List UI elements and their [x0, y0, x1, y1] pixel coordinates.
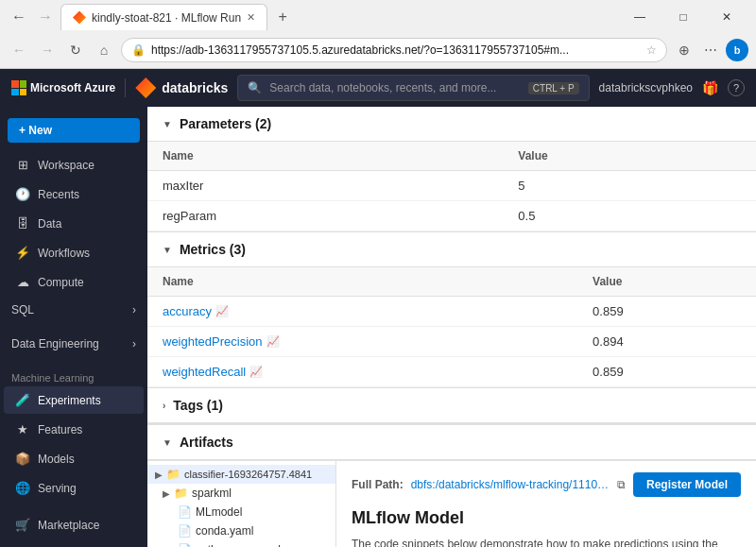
tree-conda-label: conda.yaml: [196, 524, 253, 538]
new-tab-button[interactable]: +: [271, 6, 294, 28]
maximize-button[interactable]: □: [662, 2, 705, 32]
nav-refresh-icon[interactable]: ↻: [64, 39, 87, 61]
sidebar-item-workspace[interactable]: ⊞ Workspace: [4, 151, 144, 179]
parameters-table-wrapper: Name Value maxIter 5 regParam 0.5: [147, 142, 756, 231]
sidebar-item-workflows[interactable]: ⚡ Workflows: [4, 239, 144, 266]
metric-row-1-name[interactable]: weightedPrecision 📈: [147, 327, 577, 357]
bing-icon[interactable]: b: [726, 39, 748, 61]
table-row: maxIter 5: [147, 171, 756, 201]
account-name: databrickscvphkeo: [599, 81, 693, 94]
sidebar-item-features[interactable]: ★ Features: [4, 416, 144, 443]
metric-row-2-name[interactable]: weightedRecall 📈: [147, 357, 577, 387]
artifacts-header[interactable]: ▼ Artifacts: [147, 425, 756, 460]
table-row: weightedPrecision 📈 0.894: [147, 327, 756, 357]
browser-tab[interactable]: kindly-stoat-821 · MLflow Run ✕: [60, 4, 267, 30]
gift-icon[interactable]: 🎁: [702, 80, 718, 95]
sidebar-label-recents: Recents: [38, 188, 79, 201]
data-engineering-section[interactable]: Data Engineering ›: [0, 331, 147, 357]
metric-row-0-name[interactable]: accuracy 📈: [147, 297, 577, 327]
metric-row-0-value: 0.859: [577, 297, 756, 327]
tags-title: Tags (1): [173, 398, 223, 413]
artifacts-content: ▶ 📁 classifier-1693264757.4841 ▶ 📁 spark…: [147, 460, 756, 547]
tree-item-sparkml[interactable]: ▶ 📁 sparkml: [147, 484, 335, 503]
workspace-icon: ⊞: [15, 158, 30, 172]
sidebar-item-partner-connect[interactable]: 🔗 Partner Connect: [4, 540, 144, 547]
register-model-button[interactable]: Register Model: [633, 472, 741, 497]
ms-azure-logo: Microsoft Azure: [11, 80, 115, 95]
sidebar-item-models[interactable]: 📦 Models: [4, 445, 144, 472]
nav-home-icon[interactable]: ⌂: [93, 39, 115, 61]
extensions-icon[interactable]: ⊕: [673, 39, 696, 61]
sidebar-label-features: Features: [38, 423, 82, 436]
artifacts-tree: ▶ 📁 classifier-1693264757.4841 ▶ 📁 spark…: [147, 461, 336, 547]
tree-arrow-icon: ▶: [155, 470, 163, 480]
table-row: weightedRecall 📈 0.859: [147, 357, 756, 387]
star-icon[interactable]: ☆: [646, 43, 657, 57]
browser-back-btn[interactable]: ←: [8, 6, 30, 28]
tree-root-item[interactable]: ▶ 📁 classifier-1693264757.4841: [147, 465, 335, 484]
content-area: ▼ Parameters (2) Name Value m: [147, 107, 756, 547]
chart-icon-3: 📈: [249, 366, 263, 378]
new-button[interactable]: + New: [8, 118, 140, 143]
tree-item-conda-yaml[interactable]: 📄 conda.yaml: [147, 521, 335, 540]
chart-icon: 📈: [215, 305, 229, 317]
ms-icon: [11, 80, 26, 95]
address-bar-url: https://adb-1363117955737105.5.azuredata…: [151, 43, 641, 57]
metrics-header[interactable]: ▼ Metrics (3): [147, 232, 756, 267]
tree-mlmodel-label: MLmodel: [196, 505, 242, 519]
databricks-logo: databricks: [135, 77, 228, 98]
weighted-precision-link[interactable]: weightedPrecision 📈: [163, 334, 562, 349]
parameters-section: ▼ Parameters (2) Name Value m: [147, 107, 756, 232]
serving-icon: 🌐: [15, 481, 30, 495]
metric-row-2-value: 0.859: [577, 357, 756, 387]
sidebar-item-compute[interactable]: ☁ Compute: [4, 268, 144, 296]
weighted-recall-link[interactable]: weightedRecall 📈: [163, 365, 562, 379]
artifacts-title: Artifacts: [180, 435, 233, 450]
features-icon: ★: [15, 422, 30, 436]
sidebar-item-recents[interactable]: 🕐 Recents: [4, 180, 144, 208]
full-path-label: Full Path:: [352, 478, 404, 491]
parameters-table: Name Value maxIter 5 regParam 0.5: [147, 142, 756, 231]
param-col-value: Value: [503, 142, 756, 171]
parameters-header[interactable]: ▼ Parameters (2): [147, 107, 756, 142]
metrics-title: Metrics (3): [180, 242, 246, 257]
sparkml-arrow-icon: ▶: [163, 488, 170, 499]
help-icon[interactable]: ?: [728, 79, 745, 96]
metrics-col-name: Name: [147, 267, 577, 297]
address-bar[interactable]: 🔒 https://adb-1363117955737105.5.azureda…: [121, 38, 667, 62]
sidebar-item-data[interactable]: 🗄 Data: [4, 210, 144, 237]
data-engineering-label: Data Engineering: [11, 337, 99, 350]
artifacts-detail: Full Path: dbfs:/databricks/mlflow-track…: [336, 461, 756, 547]
browser-menu-icon[interactable]: ⋯: [699, 39, 722, 61]
data-icon: 🗄: [15, 216, 30, 231]
close-tab-icon[interactable]: ✕: [247, 11, 255, 24]
conda-file-icon: 📄: [178, 524, 192, 538]
ms-azure-text: Microsoft Azure: [30, 81, 115, 94]
copy-icon[interactable]: ⧉: [617, 478, 626, 491]
tree-item-mlmodel[interactable]: 📄 MLmodel: [147, 503, 335, 521]
tree-item-python-env-yaml[interactable]: 📄 python_env.yaml: [147, 540, 335, 547]
sidebar-item-marketplace[interactable]: 🛒 Marketplace: [4, 511, 144, 538]
accuracy-link[interactable]: accuracy 📈: [163, 304, 562, 318]
lock-icon: 🔒: [131, 43, 146, 57]
python-env-file-icon: 📄: [178, 543, 192, 547]
nav-forward-icon[interactable]: →: [36, 39, 59, 61]
header-search-bar[interactable]: 🔍 Search data, notebooks, recents, and m…: [237, 75, 589, 101]
databricks-text: databricks: [162, 80, 228, 95]
metrics-col-value: Value: [577, 267, 756, 297]
tags-header[interactable]: › Tags (1): [147, 388, 756, 423]
sidebar-item-serving[interactable]: 🌐 Serving: [4, 474, 144, 502]
tags-section: › Tags (1): [147, 388, 756, 424]
sidebar-item-experiments[interactable]: 🧪 Experiments: [4, 386, 144, 414]
minimize-button[interactable]: —: [618, 2, 662, 32]
browser-forward-btn[interactable]: →: [34, 6, 57, 28]
sidebar-label-compute: Compute: [38, 276, 84, 289]
metric-row-1-value: 0.894: [577, 327, 756, 357]
mlflow-model-title: MLflow Model: [352, 508, 741, 528]
chart-icon-2: 📈: [266, 335, 280, 348]
tree-root-label: classifier-1693264757.4841: [184, 469, 312, 480]
nav-back-icon[interactable]: ←: [8, 39, 30, 61]
sql-section[interactable]: SQL ›: [0, 297, 147, 323]
table-row: accuracy 📈 0.859: [147, 297, 756, 327]
close-window-button[interactable]: ✕: [705, 2, 748, 32]
